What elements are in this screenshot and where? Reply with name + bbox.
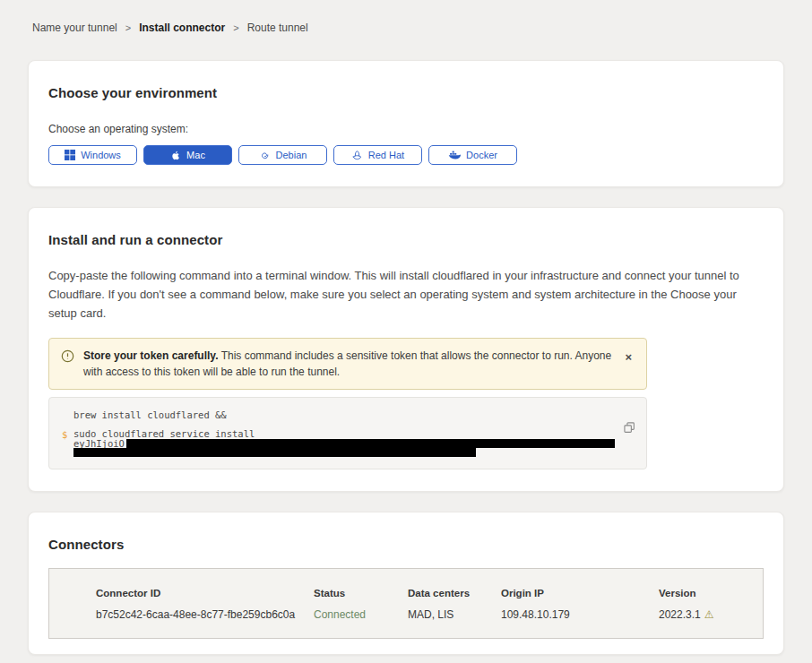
- choose-environment-card: Choose your environment Choose an operat…: [28, 60, 784, 187]
- token-redaction-bar: [73, 448, 476, 457]
- red-hat-icon: [351, 150, 363, 161]
- os-button-debian[interactable]: Debian: [238, 145, 327, 165]
- column-header-version: Version: [659, 588, 754, 598]
- shell-prompt: $: [62, 429, 67, 440]
- install-card-description: Copy-paste the following command into a …: [48, 266, 764, 323]
- breadcrumb-step-route-tunnel[interactable]: Route tunnel: [247, 22, 308, 34]
- os-button-windows[interactable]: Windows: [48, 145, 137, 165]
- connectors-table: Connector ID Status Data centers Origin …: [48, 568, 764, 639]
- debian-icon: [259, 150, 271, 161]
- code-line-service-install: sudo cloudflared service install: [73, 429, 610, 439]
- apple-icon: [170, 150, 181, 161]
- os-button-label: Debian: [276, 150, 307, 160]
- windows-icon: [65, 150, 75, 160]
- column-header-connector-id: Connector ID: [96, 588, 314, 598]
- column-header-origin-ip: Origin IP: [501, 588, 659, 598]
- code-line-brew-install: brew install cloudflared &&: [73, 410, 610, 420]
- column-header-data-centers: Data centers: [408, 588, 501, 598]
- copy-command-button[interactable]: [624, 422, 635, 436]
- connectors-card: Connectors Connector ID Status Data cent…: [28, 512, 784, 655]
- os-button-docker[interactable]: Docker: [428, 145, 517, 165]
- token-redaction-bar: [126, 439, 615, 448]
- code-line-token: eyJhIjoiO: [73, 439, 610, 448]
- os-button-label: Red Hat: [368, 150, 404, 160]
- connectors-card-title: Connectors: [48, 537, 764, 552]
- token-warning-alert: Store your token carefully. This command…: [48, 338, 647, 390]
- os-button-label: Mac: [186, 150, 205, 160]
- code-line-token-continued: [73, 448, 610, 457]
- alert-title: Store your token carefully.: [83, 349, 219, 362]
- os-button-group: Windows Mac Debian Red Hat: [48, 145, 764, 165]
- breadcrumb-step-install-connector[interactable]: Install connector: [139, 22, 225, 34]
- version-warning-icon: ⚠: [704, 608, 714, 621]
- cell-version: 2022.3.1⚠: [659, 608, 754, 621]
- install-card-title: Install and run a connector: [48, 232, 764, 247]
- breadcrumb: Name your tunnel > Install connector > R…: [32, 22, 784, 34]
- cell-status: Connected: [314, 608, 408, 621]
- breadcrumb-step-name-your-tunnel[interactable]: Name your tunnel: [32, 22, 117, 34]
- alert-close-button[interactable]: ×: [621, 348, 635, 366]
- cell-connector-id: b7c52c42-6caa-48ee-8c77-fbe259cb6c0a: [96, 608, 314, 621]
- cell-origin-ip: 109.48.10.179: [501, 608, 659, 621]
- tunnel-setup-page: Name your tunnel > Install connector > R…: [0, 0, 812, 663]
- operating-system-label: Choose an operating system:: [48, 123, 764, 135]
- alert-info-icon: [61, 348, 74, 367]
- alert-message: Store your token carefully. This command…: [83, 348, 612, 380]
- column-header-status: Status: [314, 588, 408, 598]
- os-button-red-hat[interactable]: Red Hat: [333, 145, 422, 165]
- copy-icon: [624, 423, 635, 436]
- breadcrumb-separator: >: [125, 22, 131, 33]
- install-connector-card: Install and run a connector Copy-paste t…: [28, 207, 784, 492]
- install-command-codeblock: $ brew install cloudflared && sudo cloud…: [48, 397, 647, 469]
- os-button-mac[interactable]: Mac: [143, 145, 232, 165]
- breadcrumb-separator: >: [233, 22, 238, 33]
- docker-icon: [448, 150, 461, 160]
- os-button-label: Docker: [466, 150, 497, 160]
- os-button-label: Windows: [81, 150, 121, 160]
- cell-data-centers: MAD, LIS: [408, 608, 501, 621]
- environment-card-title: Choose your environment: [48, 85, 764, 100]
